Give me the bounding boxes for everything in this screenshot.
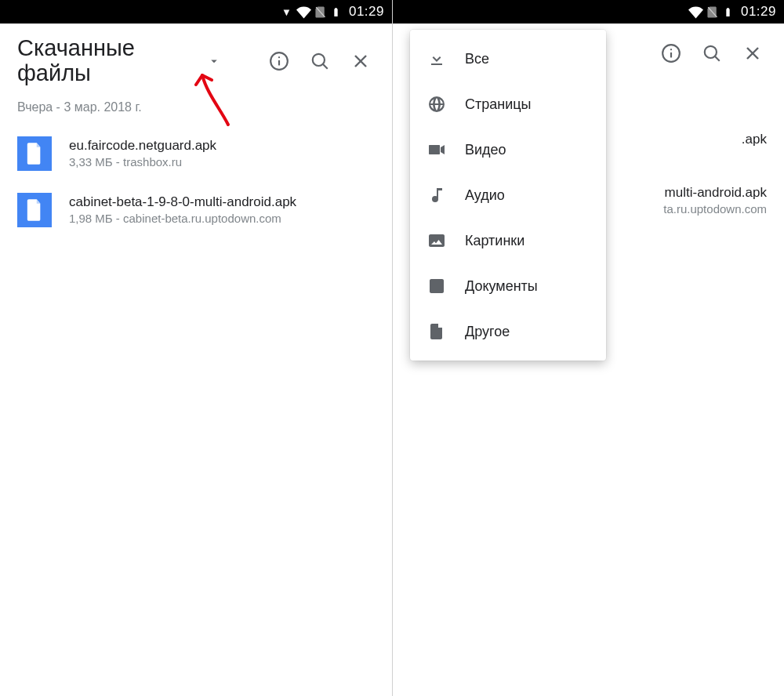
wifi-icon — [296, 5, 311, 20]
menu-item-images[interactable]: Картинки — [410, 218, 606, 263]
file-row[interactable]: cabinet-beta-1-9-8-0-multi-android.apk 1… — [0, 182, 392, 238]
document-icon — [427, 277, 446, 295]
close-icon — [743, 44, 762, 63]
no-sim-icon — [706, 5, 720, 19]
svg-point-12 — [705, 46, 717, 58]
menu-item-label: Документы — [465, 278, 538, 295]
search-icon — [310, 51, 330, 71]
background-file-list: .apk multi-android.apk ta.ru.uptodown.co… — [663, 132, 767, 253]
close-button[interactable] — [735, 36, 770, 71]
file-row-partial: multi-android.apk ta.ru.uptodown.com — [663, 185, 767, 216]
file-name: eu.faircode.netguard.apk — [69, 138, 375, 154]
svg-line-5 — [323, 64, 328, 69]
battery-icon — [331, 5, 341, 20]
svg-point-11 — [670, 49, 672, 50]
dropdown-indicator-icon: ▼ — [281, 6, 292, 18]
menu-item-video[interactable]: Видео — [410, 127, 606, 172]
menu-item-label: Страницы — [465, 96, 532, 113]
file-name-fragment: .apk — [663, 132, 767, 147]
file-row[interactable]: eu.faircode.netguard.apk 3,33 МБ - trash… — [0, 125, 392, 182]
menu-item-all[interactable]: Все — [410, 36, 606, 82]
file-meta-fragment: ta.ru.uptodown.com — [663, 202, 767, 216]
info-button[interactable] — [654, 36, 688, 71]
info-button[interactable] — [262, 44, 296, 78]
search-button[interactable] — [695, 36, 729, 71]
close-icon — [351, 52, 370, 71]
svg-point-4 — [313, 54, 325, 66]
status-bar: ▼ 01:29 — [0, 0, 392, 24]
file-meta: 3,33 МБ - trashbox.ru — [69, 155, 375, 169]
info-icon — [661, 43, 681, 63]
search-button[interactable] — [303, 44, 337, 78]
file-name-fragment: multi-android.apk — [663, 185, 767, 201]
menu-item-label: Картинки — [465, 233, 524, 249]
menu-item-pages[interactable]: Страницы — [410, 82, 606, 127]
filter-dropdown-trigger[interactable] — [207, 54, 221, 71]
no-sim-icon — [314, 5, 328, 19]
image-icon — [427, 231, 446, 250]
page-title: Скачанные файлы — [17, 36, 198, 86]
globe-icon — [427, 95, 446, 114]
app-bar: Скачанные файлы — [0, 24, 392, 94]
filter-menu: Все Страницы Видео Аудио Картинки — [410, 30, 606, 361]
svg-line-13 — [715, 56, 720, 61]
menu-item-other[interactable]: Другое — [410, 309, 606, 354]
screen-right: 01:29 .apk multi-android.apk ta.ru.uptod… — [392, 0, 784, 696]
file-type-icon — [17, 193, 52, 227]
menu-item-label: Другое — [465, 324, 510, 340]
chevron-down-icon — [207, 54, 221, 68]
date-header: Вчера - 3 мар. 2018 г. — [0, 94, 392, 125]
download-icon — [427, 49, 446, 68]
file-meta: 1,98 МБ - cabinet-beta.ru.uptodown.com — [69, 212, 375, 225]
menu-item-label: Видео — [465, 142, 506, 158]
close-button[interactable] — [343, 44, 378, 78]
audio-icon — [427, 186, 446, 205]
video-icon — [427, 140, 446, 159]
status-time: 01:29 — [741, 4, 776, 20]
info-icon — [269, 51, 289, 71]
menu-item-label: Все — [465, 51, 489, 67]
status-time: 01:29 — [349, 4, 384, 20]
status-bar: 01:29 — [393, 0, 784, 24]
file-name: cabinet-beta-1-9-8-0-multi-android.apk — [69, 194, 375, 210]
menu-item-audio[interactable]: Аудио — [410, 172, 606, 218]
svg-point-3 — [278, 56, 280, 58]
menu-item-label: Аудио — [465, 187, 505, 204]
battery-icon — [723, 5, 733, 20]
search-icon — [702, 43, 722, 63]
menu-item-documents[interactable]: Документы — [410, 263, 606, 309]
file-row-partial: .apk — [663, 132, 767, 147]
wifi-icon — [688, 5, 703, 20]
file-icon — [427, 322, 446, 341]
file-type-icon — [17, 136, 52, 171]
screen-left: ▼ 01:29 Скачанные файлы Вчера - 3 мар. 2… — [0, 0, 392, 696]
svg-point-16 — [432, 196, 438, 202]
